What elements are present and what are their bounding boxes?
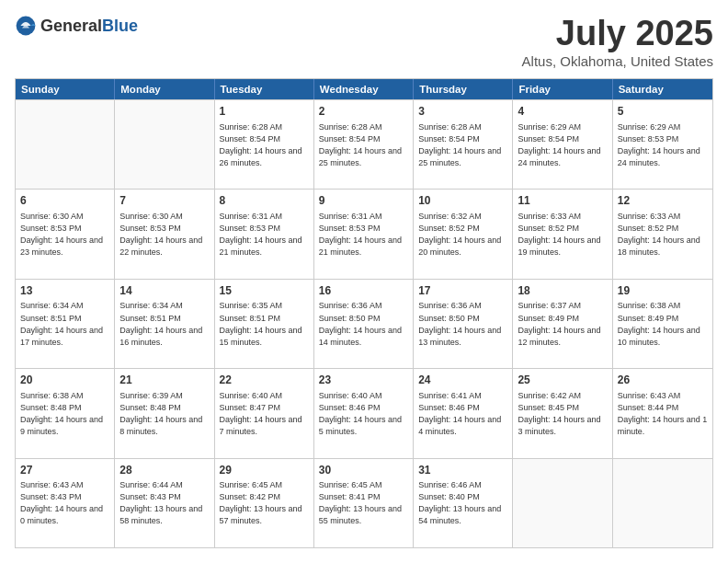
cell-text: Sunrise: 6:46 AMSunset: 8:40 PMDaylight:… bbox=[418, 479, 507, 527]
logo-blue: Blue bbox=[102, 17, 138, 35]
day-number: 31 bbox=[418, 463, 507, 478]
cell-text: Sunrise: 6:43 AMSunset: 8:44 PMDaylight:… bbox=[618, 390, 708, 438]
day-number: 24 bbox=[418, 373, 507, 388]
header-sunday: Sunday bbox=[16, 79, 115, 99]
cal-cell-r3-c3: 23Sunrise: 6:40 AMSunset: 8:46 PMDayligh… bbox=[314, 369, 414, 457]
page: GeneralBlue July 2025 Altus, Oklahoma, U… bbox=[0, 0, 728, 563]
day-number: 12 bbox=[618, 193, 708, 209]
cell-text: Sunrise: 6:29 AMSunset: 8:53 PMDaylight:… bbox=[618, 121, 708, 169]
day-number: 6 bbox=[20, 193, 109, 209]
header: GeneralBlue July 2025 Altus, Oklahoma, U… bbox=[15, 15, 713, 69]
cal-cell-r4-c6 bbox=[613, 459, 712, 547]
cal-cell-r0-c5: 4Sunrise: 6:29 AMSunset: 8:54 PMDaylight… bbox=[513, 100, 612, 189]
cal-cell-r4-c4: 31Sunrise: 6:46 AMSunset: 8:40 PMDayligh… bbox=[414, 459, 513, 547]
day-number: 4 bbox=[518, 104, 607, 120]
day-number: 13 bbox=[20, 283, 109, 299]
cell-text: Sunrise: 6:30 AMSunset: 8:53 PMDaylight:… bbox=[20, 211, 109, 259]
header-friday: Friday bbox=[513, 79, 612, 99]
logo-icon bbox=[15, 15, 37, 37]
calendar: Sunday Monday Tuesday Wednesday Thursday… bbox=[15, 78, 713, 548]
logo-general: General bbox=[40, 17, 102, 35]
cal-cell-r4-c2: 29Sunrise: 6:45 AMSunset: 8:42 PMDayligh… bbox=[215, 459, 314, 547]
cal-row-1: 6Sunrise: 6:30 AMSunset: 8:53 PMDaylight… bbox=[16, 189, 712, 278]
cal-cell-r1-c3: 9Sunrise: 6:31 AMSunset: 8:53 PMDaylight… bbox=[314, 190, 414, 278]
cell-text: Sunrise: 6:43 AMSunset: 8:43 PMDaylight:… bbox=[20, 479, 109, 527]
cal-cell-r1-c6: 12Sunrise: 6:33 AMSunset: 8:52 PMDayligh… bbox=[613, 190, 712, 278]
cal-cell-r2-c0: 13Sunrise: 6:34 AMSunset: 8:51 PMDayligh… bbox=[16, 280, 115, 368]
cal-cell-r1-c2: 8Sunrise: 6:31 AMSunset: 8:53 PMDaylight… bbox=[215, 190, 314, 278]
day-number: 15 bbox=[220, 283, 309, 299]
cell-text: Sunrise: 6:28 AMSunset: 8:54 PMDaylight:… bbox=[220, 121, 309, 169]
cal-cell-r2-c5: 18Sunrise: 6:37 AMSunset: 8:49 PMDayligh… bbox=[513, 280, 612, 368]
cal-cell-r4-c1: 28Sunrise: 6:44 AMSunset: 8:43 PMDayligh… bbox=[115, 459, 214, 547]
cell-text: Sunrise: 6:29 AMSunset: 8:54 PMDaylight:… bbox=[518, 121, 607, 169]
cal-row-2: 13Sunrise: 6:34 AMSunset: 8:51 PMDayligh… bbox=[16, 279, 712, 368]
cal-cell-r1-c0: 6Sunrise: 6:30 AMSunset: 8:53 PMDaylight… bbox=[16, 190, 115, 278]
header-tuesday: Tuesday bbox=[215, 79, 314, 99]
day-number: 2 bbox=[319, 104, 408, 120]
title-block: July 2025 Altus, Oklahoma, United States bbox=[522, 15, 713, 69]
cell-text: Sunrise: 6:36 AMSunset: 8:50 PMDaylight:… bbox=[319, 300, 408, 348]
cell-text: Sunrise: 6:40 AMSunset: 8:46 PMDaylight:… bbox=[319, 390, 408, 438]
cell-text: Sunrise: 6:30 AMSunset: 8:53 PMDaylight:… bbox=[119, 211, 209, 259]
day-number: 19 bbox=[618, 283, 708, 299]
cal-cell-r2-c3: 16Sunrise: 6:36 AMSunset: 8:50 PMDayligh… bbox=[314, 280, 414, 368]
calendar-header: Sunday Monday Tuesday Wednesday Thursday… bbox=[16, 79, 712, 99]
cal-cell-r2-c6: 19Sunrise: 6:38 AMSunset: 8:49 PMDayligh… bbox=[613, 280, 712, 368]
day-number: 26 bbox=[618, 373, 708, 388]
header-monday: Monday bbox=[115, 79, 214, 99]
cal-cell-r1-c5: 11Sunrise: 6:33 AMSunset: 8:52 PMDayligh… bbox=[513, 190, 612, 278]
day-number: 9 bbox=[319, 193, 408, 209]
cal-cell-r2-c4: 17Sunrise: 6:36 AMSunset: 8:50 PMDayligh… bbox=[414, 280, 513, 368]
day-number: 3 bbox=[418, 104, 507, 120]
cal-cell-r0-c3: 2Sunrise: 6:28 AMSunset: 8:54 PMDaylight… bbox=[314, 100, 414, 189]
cal-cell-r2-c2: 15Sunrise: 6:35 AMSunset: 8:51 PMDayligh… bbox=[215, 280, 314, 368]
day-number: 16 bbox=[319, 283, 408, 299]
cal-cell-r3-c2: 22Sunrise: 6:40 AMSunset: 8:47 PMDayligh… bbox=[215, 369, 314, 457]
cal-cell-r1-c4: 10Sunrise: 6:32 AMSunset: 8:52 PMDayligh… bbox=[414, 190, 513, 278]
cell-text: Sunrise: 6:35 AMSunset: 8:51 PMDaylight:… bbox=[220, 300, 309, 348]
month-title: July 2025 bbox=[522, 15, 713, 53]
cal-row-0: 1Sunrise: 6:28 AMSunset: 8:54 PMDaylight… bbox=[16, 99, 712, 189]
calendar-body: 1Sunrise: 6:28 AMSunset: 8:54 PMDaylight… bbox=[16, 99, 712, 547]
day-number: 30 bbox=[319, 463, 408, 478]
cal-row-4: 27Sunrise: 6:43 AMSunset: 8:43 PMDayligh… bbox=[16, 458, 712, 547]
cell-text: Sunrise: 6:41 AMSunset: 8:46 PMDaylight:… bbox=[418, 390, 507, 438]
cell-text: Sunrise: 6:28 AMSunset: 8:54 PMDaylight:… bbox=[319, 121, 408, 169]
cell-text: Sunrise: 6:28 AMSunset: 8:54 PMDaylight:… bbox=[418, 121, 507, 169]
day-number: 18 bbox=[518, 283, 607, 299]
cal-cell-r3-c6: 26Sunrise: 6:43 AMSunset: 8:44 PMDayligh… bbox=[613, 369, 712, 457]
cell-text: Sunrise: 6:44 AMSunset: 8:43 PMDaylight:… bbox=[119, 479, 209, 527]
logo: GeneralBlue bbox=[15, 15, 138, 37]
cell-text: Sunrise: 6:45 AMSunset: 8:42 PMDaylight:… bbox=[220, 479, 309, 527]
day-number: 22 bbox=[220, 373, 309, 388]
day-number: 25 bbox=[518, 373, 607, 388]
day-number: 20 bbox=[20, 373, 109, 388]
cell-text: Sunrise: 6:33 AMSunset: 8:52 PMDaylight:… bbox=[618, 211, 708, 259]
cal-cell-r4-c5 bbox=[513, 459, 612, 547]
day-number: 23 bbox=[319, 373, 408, 388]
day-number: 7 bbox=[119, 193, 209, 209]
cal-cell-r2-c1: 14Sunrise: 6:34 AMSunset: 8:51 PMDayligh… bbox=[115, 280, 214, 368]
cell-text: Sunrise: 6:34 AMSunset: 8:51 PMDaylight:… bbox=[119, 300, 209, 348]
day-number: 29 bbox=[220, 463, 309, 478]
cal-cell-r0-c6: 5Sunrise: 6:29 AMSunset: 8:53 PMDaylight… bbox=[613, 100, 712, 189]
cal-cell-r0-c1 bbox=[115, 100, 214, 189]
day-number: 5 bbox=[618, 104, 708, 120]
day-number: 28 bbox=[119, 463, 209, 478]
cell-text: Sunrise: 6:38 AMSunset: 8:49 PMDaylight:… bbox=[618, 300, 708, 348]
header-saturday: Saturday bbox=[613, 79, 712, 99]
cell-text: Sunrise: 6:32 AMSunset: 8:52 PMDaylight:… bbox=[418, 211, 507, 259]
cal-cell-r0-c0 bbox=[16, 100, 115, 189]
header-wednesday: Wednesday bbox=[314, 79, 414, 99]
day-number: 1 bbox=[220, 104, 309, 120]
cal-cell-r3-c1: 21Sunrise: 6:39 AMSunset: 8:48 PMDayligh… bbox=[115, 369, 214, 457]
cal-cell-r1-c1: 7Sunrise: 6:30 AMSunset: 8:53 PMDaylight… bbox=[115, 190, 214, 278]
cal-cell-r3-c5: 25Sunrise: 6:42 AMSunset: 8:45 PMDayligh… bbox=[513, 369, 612, 457]
cell-text: Sunrise: 6:38 AMSunset: 8:48 PMDaylight:… bbox=[20, 390, 109, 438]
day-number: 21 bbox=[119, 373, 209, 388]
cell-text: Sunrise: 6:42 AMSunset: 8:45 PMDaylight:… bbox=[518, 390, 607, 438]
cal-cell-r4-c0: 27Sunrise: 6:43 AMSunset: 8:43 PMDayligh… bbox=[16, 459, 115, 547]
cal-row-3: 20Sunrise: 6:38 AMSunset: 8:48 PMDayligh… bbox=[16, 368, 712, 457]
day-number: 27 bbox=[20, 463, 109, 478]
